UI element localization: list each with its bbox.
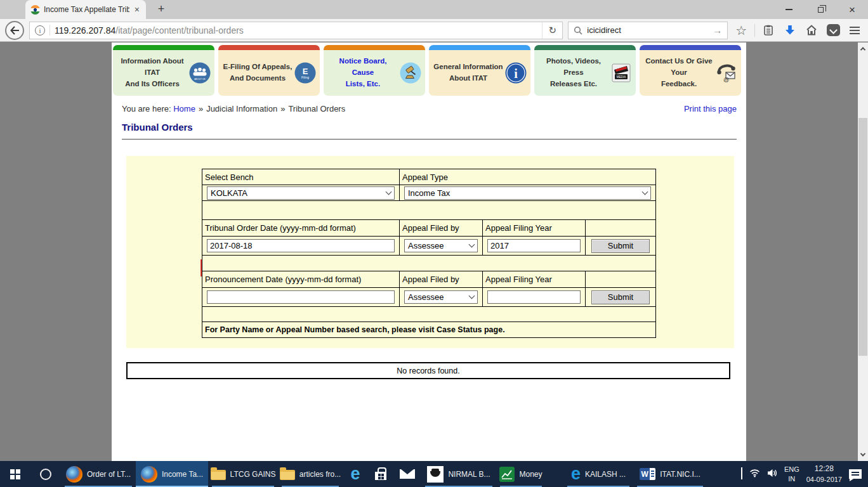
empty-cell [586,271,656,288]
pocket-icon[interactable] [825,22,841,39]
library-icon[interactable] [760,22,777,39]
word-icon: W [640,468,655,480]
edge-icon: e [571,465,581,483]
volume-icon[interactable] [767,469,777,480]
url-path: /itat/page/content/tribunal-orders [115,25,244,36]
wifi-icon[interactable] [749,469,760,480]
taskbar-item-label: Order of LT... [87,470,131,479]
card-color-bar [218,45,320,50]
close-button[interactable]: × [836,0,868,19]
taskbar-item-firefox-1[interactable]: Order of LT... [61,461,136,487]
tab-title: Income Tax Appellate Tribun [44,5,129,14]
site-favicon-icon [30,5,40,15]
cortana-icon [40,469,51,480]
taskbar-item-nirmal[interactable]: NIRMAL B... [421,461,496,487]
search-go-icon[interactable]: → [713,25,722,36]
url-text[interactable]: 119.226.207.84/itat/page/content/tribuna… [55,25,537,36]
taskbar-item-word[interactable]: WITAT.NIC.I... [633,461,707,487]
taskbar-item-store[interactable] [368,461,393,487]
search-form-table: Select Bench Appeal Type KOLKATA Income … [202,169,655,338]
toolbar-separator [754,24,755,37]
nav-card-e-filing[interactable]: E-Filing Of Appeals,And Documents E Fili… [218,45,320,96]
search-form-panel: Select Bench Appeal Type KOLKATA Income … [126,156,734,348]
svg-text:ABOUT US: ABOUT US [194,78,206,81]
spacer-row [202,307,656,322]
chevron-down-icon [469,242,475,248]
filing-year-input[interactable] [487,239,581,252]
filed-by-label: Appeal Filed by [400,220,483,237]
tray-expand-chevron-icon[interactable] [741,469,742,480]
nav-card-photos-videos[interactable]: Photos, Videos, PressReleases Etc. MEDIA [534,45,636,96]
svg-text:@: @ [723,77,729,83]
nav-card-information-about-itat[interactable]: Information About ITATAnd Its Officers A… [113,45,214,96]
language-indicator[interactable]: ENGIN [784,465,799,483]
filing-year-label: Appeal Filing Year [483,271,586,288]
submit-button[interactable]: Submit [591,239,650,253]
taskbar-item-internet-explorer[interactable]: e [343,461,368,487]
firefox-icon [66,466,82,483]
appeal-type-select-value: Income Tax [408,188,450,198]
home-icon[interactable] [803,22,820,39]
taskbar-item-mail[interactable] [393,461,421,487]
taskbar-item-money[interactable]: Money [496,461,546,487]
taskbar-item-label: articles fro... [299,470,341,479]
restore-button[interactable] [805,0,836,19]
case-status-note: For Party Name or Appeal Number based se… [202,322,656,338]
vertical-scrollbar[interactable] [858,42,868,461]
system-tray: ENGIN 12:2804-09-2017 [741,461,868,487]
browser-tab[interactable]: Income Tax Appellate Tribun × [25,0,146,19]
url-host: 119.226.207.84 [55,25,115,36]
taskbar-item-edge[interactable]: eKAILASH ... [563,461,633,487]
search-box[interactable]: → [568,22,728,39]
submit-button-2[interactable]: Submit [591,290,650,304]
reload-button[interactable]: ↻ [542,22,562,39]
back-button[interactable] [5,21,24,40]
nav-card-contact-us[interactable]: Contact Us Or Give YourFeedback. @ [640,45,741,96]
appeal-type-select[interactable]: Income Tax [404,186,651,200]
bench-select-value: KOLKATA [211,188,247,198]
downloads-icon[interactable] [782,22,798,39]
windows-logo-icon [10,469,15,474]
taskbar-item-folder-articles[interactable]: articles fro... [278,461,343,487]
taskbar-item-folder-ltcg[interactable]: LTCG GAINS [208,461,278,487]
breadcrumb-level2: Judicial Information [206,104,277,114]
search-input[interactable] [587,25,708,35]
scrollbar-thumb[interactable] [858,118,867,356]
card-label: General InformationAbout ITAT [433,62,503,84]
filed-by-select[interactable]: Assessee [404,239,478,252]
minimize-button[interactable] [773,0,805,19]
start-button[interactable] [0,461,30,487]
spacer-row [202,256,656,271]
order-date-input[interactable] [207,239,395,252]
tab-close-icon[interactable]: × [133,4,141,15]
bench-select[interactable]: KOLKATA [207,186,395,200]
breadcrumb-home-link[interactable]: Home [173,104,195,114]
pronouncement-date-input[interactable] [207,290,395,304]
folder-icon [211,470,226,480]
cortana-button[interactable] [30,461,61,487]
results-box: No records found. [126,362,730,379]
site-info-icon[interactable]: i [35,25,45,36]
browser-toolbar: i 119.226.207.84/itat/page/content/tribu… [0,19,868,42]
print-page-link[interactable]: Print this page [684,104,737,114]
taskbar-item-firefox-2[interactable]: Income Ta... [136,461,208,487]
new-tab-button[interactable]: + [152,0,170,19]
url-bar[interactable]: i 119.226.207.84/itat/page/content/tribu… [29,22,563,39]
nav-card-general-information[interactable]: General InformationAbout ITAT i [429,45,530,96]
nav-card-notice-board[interactable]: Notice Board, CauseLists, Etc. [324,45,425,96]
scroll-down-arrow-icon[interactable] [858,450,868,460]
svg-text:Filing: Filing [301,75,309,79]
media-icon: MEDIA [610,63,633,82]
chevron-down-icon [642,188,648,195]
clock[interactable]: 12:2804-09-2017 [806,464,842,484]
filed-by-select-2[interactable]: Assessee [404,290,478,304]
window-controls: × [773,0,868,19]
scroll-up-arrow-icon[interactable] [858,44,868,54]
bookmark-star-icon[interactable]: ☆ [733,22,749,39]
card-label: Photos, Videos, PressReleases Etc. [539,56,608,89]
menu-icon[interactable] [846,22,863,39]
app-icon [427,466,444,483]
svg-text:MEDIA: MEDIA [617,75,626,79]
action-center-icon[interactable] [849,469,862,479]
filing-year-input-2[interactable] [487,290,581,304]
